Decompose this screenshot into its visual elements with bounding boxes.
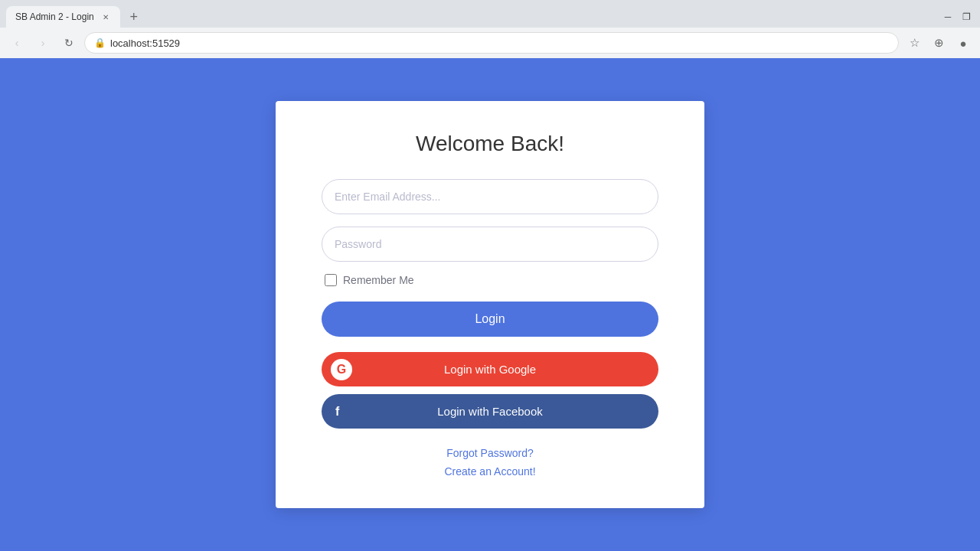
facebook-button-label: Login with Facebook bbox=[437, 405, 543, 418]
remember-me-checkbox[interactable] bbox=[325, 274, 337, 286]
window-controls: ─ ❐ bbox=[940, 9, 974, 24]
back-button[interactable]: ‹ bbox=[6, 32, 28, 54]
tab-close-button[interactable]: ✕ bbox=[100, 11, 111, 22]
forward-icon: › bbox=[41, 37, 45, 49]
create-account-link[interactable]: Create an Account! bbox=[444, 465, 535, 478]
extensions-icon: ⊕ bbox=[934, 36, 944, 50]
secure-icon: 🔒 bbox=[94, 37, 106, 48]
tab-title: SB Admin 2 - Login bbox=[15, 11, 94, 22]
bookmark-icon: ☆ bbox=[910, 36, 920, 50]
address-bar[interactable]: 🔒 localhost:51529 bbox=[84, 32, 899, 54]
login-button[interactable]: Login bbox=[322, 302, 658, 337]
password-form-group bbox=[322, 227, 658, 262]
toolbar-actions: ☆ ⊕ ● bbox=[903, 32, 974, 54]
reload-icon: ↻ bbox=[64, 37, 74, 49]
url-text: localhost:51529 bbox=[110, 37, 180, 49]
google-icon-wrapper: G bbox=[331, 359, 352, 380]
social-buttons: G Login with Google f Login with Faceboo… bbox=[322, 352, 658, 429]
google-button-label: Login with Google bbox=[444, 363, 536, 376]
browser-chrome: SB Admin 2 - Login ✕ + ─ ❐ ‹ › ↻ 🔒 local… bbox=[0, 0, 980, 58]
profile-icon: ● bbox=[959, 37, 966, 50]
facebook-icon: f bbox=[335, 405, 339, 419]
back-icon: ‹ bbox=[15, 37, 19, 49]
google-icon: G bbox=[337, 363, 346, 377]
tab-bar: SB Admin 2 - Login ✕ + ─ ❐ bbox=[0, 0, 980, 28]
email-form-group bbox=[322, 179, 658, 214]
google-login-button[interactable]: G Login with Google bbox=[322, 352, 658, 386]
new-tab-button[interactable]: + bbox=[123, 6, 145, 28]
remember-me-label[interactable]: Remember Me bbox=[343, 274, 414, 286]
active-tab[interactable]: SB Admin 2 - Login ✕ bbox=[6, 6, 120, 28]
extensions-button[interactable]: ⊕ bbox=[928, 32, 949, 54]
forgot-password-link[interactable]: Forgot Password? bbox=[446, 447, 534, 459]
remember-me-row: Remember Me bbox=[322, 274, 658, 286]
login-card: Welcome Back! Remember Me Login G Login … bbox=[276, 101, 704, 508]
address-bar-row: ‹ › ↻ 🔒 localhost:51529 ☆ ⊕ ● bbox=[0, 28, 980, 58]
restore-button[interactable]: ❐ bbox=[959, 9, 974, 24]
page-content: Welcome Back! Remember Me Login G Login … bbox=[0, 58, 980, 551]
reload-button[interactable]: ↻ bbox=[58, 32, 80, 54]
facebook-login-button[interactable]: f Login with Facebook bbox=[322, 394, 658, 429]
email-input[interactable] bbox=[322, 179, 658, 214]
minimize-button[interactable]: ─ bbox=[940, 9, 956, 24]
page-title: Welcome Back! bbox=[322, 132, 658, 156]
links-section: Forgot Password? Create an Account! bbox=[322, 447, 658, 478]
forward-button[interactable]: › bbox=[32, 32, 54, 54]
password-input[interactable] bbox=[322, 227, 658, 262]
bookmark-button[interactable]: ☆ bbox=[903, 32, 925, 54]
profile-button[interactable]: ● bbox=[952, 32, 974, 54]
